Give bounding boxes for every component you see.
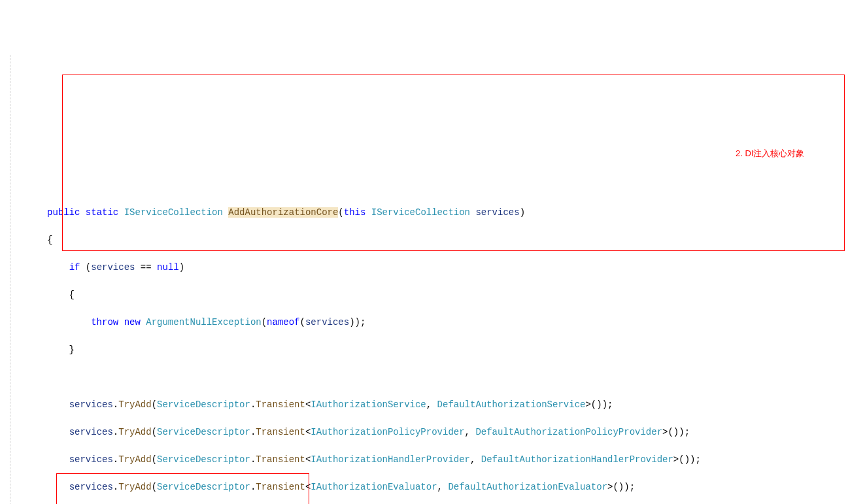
code-line[interactable]: }	[20, 343, 865, 357]
type: IAuthorizationPolicyProvider	[311, 427, 464, 437]
code-line[interactable]: throw new ArgumentNullException(nameof(s…	[20, 316, 865, 329]
code-line[interactable]: {	[20, 233, 865, 247]
code-line[interactable]: if (services == null)	[20, 261, 865, 275]
var: services	[91, 262, 135, 273]
type: DefaultAuthorizationService	[437, 399, 586, 410]
method: Transient	[256, 427, 305, 437]
code-line[interactable]: public static IServiceCollection AddAuth…	[20, 206, 865, 220]
keyword: throw	[91, 317, 118, 328]
code-line[interactable]: services.TryAdd(ServiceDescriptor.Transi…	[20, 426, 865, 439]
annotation-box-di	[62, 75, 845, 251]
method: TryAdd	[118, 427, 151, 437]
code-line[interactable]: services.TryAdd(ServiceDescriptor.Transi…	[20, 480, 865, 494]
type: DefaultAuthorizationEvaluator	[448, 482, 607, 492]
type: ServiceDescriptor	[157, 482, 250, 492]
type: ServiceDescriptor	[157, 454, 250, 465]
method: Transient	[256, 482, 305, 492]
var: services	[69, 399, 113, 410]
type: ServiceDescriptor	[157, 427, 250, 437]
type: IAuthorizationService	[311, 399, 426, 410]
type: IServiceCollection	[371, 207, 470, 218]
keyword: this	[344, 207, 366, 218]
keyword: new	[124, 317, 141, 328]
type: ServiceDescriptor	[157, 399, 250, 410]
method-name: AddAuthorizationCore	[228, 207, 338, 218]
keyword: public	[47, 207, 80, 218]
keyword: static	[86, 207, 118, 218]
type: ArgumentNullException	[146, 317, 261, 328]
var: services	[69, 482, 113, 492]
method: TryAdd	[118, 399, 151, 410]
code-line[interactable]	[20, 371, 865, 384]
code-editor[interactable]: 2. DI注入核心对象 1. 授权配置 public static IServi…	[0, 55, 865, 504]
keyword: null	[157, 262, 179, 273]
keyword: nameof	[267, 317, 299, 328]
method: Transient	[256, 454, 305, 465]
method: Transient	[256, 399, 305, 410]
keyword: if	[69, 262, 80, 273]
var: services	[305, 317, 349, 328]
type: IServiceCollection	[124, 207, 223, 218]
fold-guide	[10, 55, 10, 504]
code-line[interactable]: services.TryAdd(ServiceDescriptor.Transi…	[20, 398, 865, 412]
annotation-text-di: 2. DI注入核心对象	[736, 146, 804, 160]
param: services	[475, 207, 519, 218]
method: TryAdd	[118, 482, 151, 492]
code-line[interactable]: services.TryAdd(ServiceDescriptor.Transi…	[20, 453, 865, 467]
type: IAuthorizationHandlerProvider	[311, 454, 470, 465]
var: services	[69, 454, 113, 465]
method: TryAdd	[118, 454, 151, 465]
type: IAuthorizationEvaluator	[311, 482, 437, 492]
type: DefaultAuthorizationPolicyProvider	[475, 427, 662, 437]
code-line[interactable]: {	[20, 288, 865, 302]
type: DefaultAuthorizationHandlerProvider	[481, 454, 673, 465]
var: services	[69, 427, 113, 437]
